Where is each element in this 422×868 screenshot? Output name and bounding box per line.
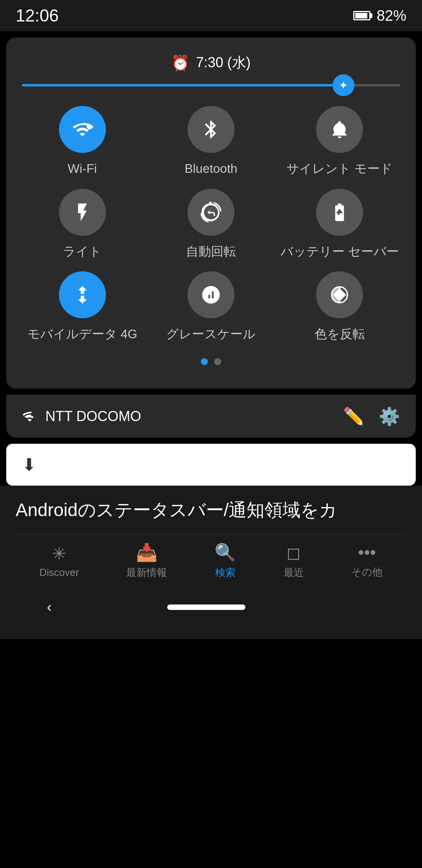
quick-settings-panel: ⏰ 7:30 (水) ✦ ? Wi-Fi bbox=[6, 38, 416, 389]
dot-2 bbox=[214, 358, 221, 365]
silent-label: サイレント モード bbox=[286, 161, 393, 177]
flashlight-label: ライト bbox=[63, 244, 102, 260]
invert-circle bbox=[316, 271, 363, 318]
toggle-bluetooth[interactable]: Bluetooth bbox=[150, 106, 271, 177]
page-dots bbox=[22, 358, 400, 365]
grayscale-label: グレースケール bbox=[166, 326, 256, 343]
battery-icon bbox=[353, 11, 370, 20]
wifi-icon: ? bbox=[72, 119, 93, 140]
brightness-row[interactable]: ✦ bbox=[22, 84, 400, 86]
brightness-fill bbox=[22, 84, 343, 86]
carrier-info: NTT DOCOMO bbox=[22, 408, 141, 425]
brightness-thumb-icon: ✦ bbox=[339, 79, 348, 92]
brightness-track[interactable]: ✦ bbox=[22, 84, 400, 86]
toggle-silent[interactable]: サイレント モード bbox=[279, 106, 400, 177]
alarm-row: ⏰ 7:30 (水) bbox=[22, 53, 400, 72]
battery-saver-label: バッテリー セーバー bbox=[281, 244, 399, 260]
svg-text:?: ? bbox=[87, 126, 90, 131]
toggle-flashlight[interactable]: ライト bbox=[22, 189, 143, 260]
grayscale-circle bbox=[188, 271, 234, 318]
flashlight-icon bbox=[72, 202, 93, 223]
flashlight-circle bbox=[59, 189, 106, 236]
system-nav-bar: ‹ bbox=[16, 591, 406, 627]
bluetooth-circle bbox=[188, 106, 234, 153]
mobile-data-circle bbox=[59, 271, 106, 318]
grayscale-icon bbox=[200, 284, 222, 305]
search-icon: 🔍 bbox=[215, 542, 236, 563]
silent-circle bbox=[316, 106, 363, 153]
discover-icon: ✳ bbox=[52, 543, 66, 563]
status-time: 12:06 bbox=[16, 6, 59, 25]
toggle-mobile-data[interactable]: モバイルデータ 4G bbox=[22, 271, 143, 343]
notification-bar[interactable]: ⬇ bbox=[6, 444, 416, 486]
bottom-content: Androidのステータスバー/通知領域をカ ✳ Discover 📥 最新情報… bbox=[0, 486, 422, 639]
nav-more-label: その他 bbox=[351, 565, 383, 579]
home-pill[interactable] bbox=[167, 604, 245, 610]
signal-icon bbox=[22, 409, 38, 424]
battery-saver-icon bbox=[329, 202, 350, 223]
invert-icon bbox=[329, 284, 350, 305]
settings-icon[interactable]: ⚙️ bbox=[379, 406, 400, 427]
brightness-thumb[interactable]: ✦ bbox=[333, 74, 354, 96]
recent-icon: ◻ bbox=[286, 543, 301, 563]
nav-more[interactable]: ••• その他 bbox=[351, 543, 383, 579]
dot-1 bbox=[201, 358, 208, 365]
bottom-bar: NTT DOCOMO ✏️ ⚙️ bbox=[6, 395, 416, 438]
battery-saver-circle bbox=[316, 189, 363, 236]
nav-recent-label: 最近 bbox=[284, 566, 304, 579]
nav-search-label: 検索 bbox=[215, 566, 236, 579]
latest-icon: 📥 bbox=[136, 542, 157, 563]
bluetooth-icon bbox=[200, 119, 222, 140]
carrier-name: NTT DOCOMO bbox=[45, 408, 141, 425]
more-icon: ••• bbox=[358, 543, 376, 562]
toggle-invert[interactable]: 色を反転 bbox=[279, 271, 400, 343]
battery-percent: 82% bbox=[377, 7, 406, 24]
nav-search[interactable]: 🔍 検索 bbox=[215, 542, 236, 579]
nav-recent[interactable]: ◻ 最近 bbox=[284, 543, 304, 579]
nav-latest[interactable]: 📥 最新情報 bbox=[126, 542, 167, 579]
status-right: 82% bbox=[353, 7, 406, 24]
bottom-nav: ✳ Discover 📥 最新情報 🔍 検索 ◻ 最近 ••• その他 bbox=[16, 534, 406, 583]
nav-discover[interactable]: ✳ Discover bbox=[39, 543, 79, 579]
toggle-autorotate[interactable]: 自動回転 bbox=[150, 189, 271, 260]
mobile-data-label: モバイルデータ 4G bbox=[27, 326, 138, 343]
toggle-battery-saver[interactable]: バッテリー セーバー bbox=[279, 189, 400, 260]
alarm-icon: ⏰ bbox=[171, 54, 190, 72]
autorotate-label: 自動回転 bbox=[186, 244, 236, 260]
wifi-circle: ? bbox=[59, 106, 106, 153]
download-icon: ⬇ bbox=[22, 455, 36, 475]
bottom-text: Androidのステータスバー/通知領域をカ bbox=[16, 497, 406, 522]
status-bar: 12:06 82% bbox=[0, 0, 422, 31]
wifi-label: Wi-Fi bbox=[68, 161, 97, 177]
invert-label: 色を反転 bbox=[315, 326, 365, 343]
bottom-action-icons: ✏️ ⚙️ bbox=[343, 406, 400, 427]
toggle-grid: ? Wi-Fi Bluetooth サイレント モー bbox=[22, 106, 400, 343]
mobile-data-icon bbox=[72, 284, 93, 305]
back-button[interactable]: ‹ bbox=[47, 599, 52, 615]
nav-latest-label: 最新情報 bbox=[126, 566, 167, 579]
toggle-wifi[interactable]: ? Wi-Fi bbox=[22, 106, 143, 177]
nav-discover-label: Discover bbox=[39, 567, 79, 579]
toggle-grayscale[interactable]: グレースケール bbox=[150, 271, 271, 343]
silent-icon bbox=[329, 119, 350, 140]
autorotate-circle bbox=[188, 189, 234, 236]
alarm-time: 7:30 (水) bbox=[196, 53, 250, 72]
bluetooth-label: Bluetooth bbox=[184, 161, 237, 177]
edit-icon[interactable]: ✏️ bbox=[343, 406, 365, 427]
autorotate-icon bbox=[200, 202, 222, 223]
